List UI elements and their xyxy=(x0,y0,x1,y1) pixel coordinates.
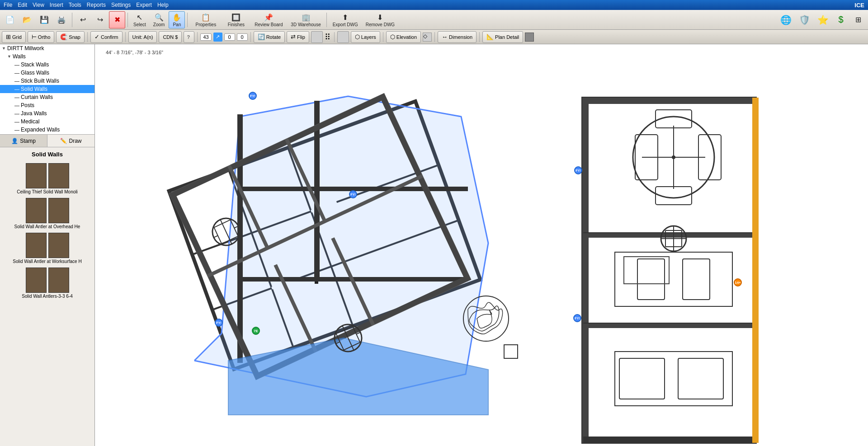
3d-warehouse-button[interactable]: 🏢 3D Warehouse xyxy=(288,11,324,28)
dimension-button[interactable]: ↔ Dimension xyxy=(438,31,476,43)
wall-type-4[interactable]: Solid Wall Antlers-3-3 6-4 xyxy=(2,268,93,299)
content-title: Solid Walls xyxy=(2,149,93,160)
unit-display: Unit: A(n) xyxy=(128,31,157,43)
redo-button[interactable]: ↪ xyxy=(92,11,108,28)
wall-type-4-label: Solid Wall Antlers-3-3 6-4 xyxy=(22,294,72,299)
tree-item-stick-walls[interactable]: — Stick Built Walls xyxy=(0,77,94,85)
save-icon: 💾 xyxy=(39,15,49,25)
layers-button[interactable]: ⬡ Layers xyxy=(351,31,380,43)
fyi-marker-7e[interactable]: 7E xyxy=(252,327,260,335)
delete-button[interactable]: ✖ xyxy=(109,11,125,28)
tree-item-expanded-walls[interactable]: — Expanded Walls xyxy=(0,126,94,134)
tree-item-java-walls[interactable]: — Java Walls xyxy=(0,109,94,117)
tree-item-medical[interactable]: — Medical xyxy=(0,117,94,126)
tree-walls-arrow: ▼ xyxy=(7,54,11,59)
canvas-area[interactable]: 44' - 8 7/16", -78' - 3 3/16" xyxy=(95,44,868,446)
icon-shield[interactable]: 🛡️ xyxy=(796,11,813,28)
flip-button[interactable]: ⇄ Flip xyxy=(287,31,309,43)
menu-insert[interactable]: Insert xyxy=(50,2,63,8)
fyi-marker-14plus[interactable]: 14+ xyxy=(734,278,742,286)
select-label: Select xyxy=(133,22,146,27)
zoom-button[interactable]: 🔍 Zoom xyxy=(150,11,168,28)
fyi-marker-5[interactable]: FY! xyxy=(573,314,581,322)
menu-bar[interactable]: File Edit View Insert Tools Reports Sett… xyxy=(4,2,169,8)
icon-globe[interactable]: 🌐 xyxy=(777,11,795,28)
cdn-label: CDN $ xyxy=(163,34,178,40)
ortho-button[interactable]: ⊢ Ortho xyxy=(28,31,55,43)
floor-plan-svg xyxy=(95,44,868,446)
tree-root-arrow: ▼ xyxy=(2,46,6,51)
tree-item-solid-walls[interactable]: — Solid Walls xyxy=(0,85,94,93)
svg-line-54 xyxy=(214,235,218,237)
grid-label: Grid xyxy=(12,34,22,40)
plan-detail-button[interactable]: 📐 Plan Detail xyxy=(482,31,523,43)
rotate-button[interactable]: 🔄 Rotate xyxy=(254,31,285,43)
tree-item-glass-walls[interactable]: — Glass Walls xyxy=(0,69,94,77)
wall-type-2[interactable]: Solid Wall Antler at Overhead He xyxy=(2,198,93,229)
undo-button[interactable]: ↩ xyxy=(75,11,91,28)
draw-tab[interactable]: ✏️ Draw xyxy=(47,135,94,147)
svg-rect-49 xyxy=(619,358,665,399)
menu-tools[interactable]: Tools xyxy=(69,2,81,8)
menu-expert[interactable]: Expert xyxy=(136,2,152,8)
cdn-display: CDN $ xyxy=(159,31,182,43)
pan-button[interactable]: ✋ Pan xyxy=(169,11,185,28)
elevation-icon: ⬡ xyxy=(390,33,395,40)
svg-rect-50 xyxy=(678,358,723,399)
fyi-marker-4[interactable]: FY! xyxy=(574,166,582,174)
action-sep2 xyxy=(125,32,126,42)
remove-dwg-button[interactable]: ⬇ Remove DWG xyxy=(363,11,398,28)
help-button[interactable]: ? xyxy=(184,31,194,43)
tree-item-posts[interactable]: — Posts xyxy=(0,101,94,109)
menu-edit[interactable]: Edit xyxy=(18,2,27,8)
warehouse-label: 3D Warehouse xyxy=(291,22,321,27)
wall-swatches-1 xyxy=(26,163,69,188)
tree-item-label: Stack Walls xyxy=(21,61,49,68)
elevation-button[interactable]: ⬡ Elevation xyxy=(386,31,421,43)
fyi-marker-3[interactable]: FY! xyxy=(215,319,223,327)
export-dwg-button[interactable]: ⬆ Export DWG xyxy=(329,11,362,28)
properties-button[interactable]: 📋 Properties xyxy=(190,11,222,28)
tree-root[interactable]: ▼ DIRTT Millwork xyxy=(0,44,94,52)
action-bar: ⊞ Grid ⊢ Ortho 🧲 Snap ✓ Confirm Unit: A(… xyxy=(0,30,868,44)
menu-help[interactable]: Help xyxy=(157,2,169,8)
menu-file[interactable]: File xyxy=(4,2,12,8)
new-button[interactable]: 📄 xyxy=(2,11,18,28)
print-button[interactable]: 🖨️ xyxy=(53,11,70,28)
wall-swatch-2b xyxy=(48,198,69,223)
confirm-button[interactable]: ✓ Confirm xyxy=(90,31,123,43)
fyi-marker-2[interactable]: FY! xyxy=(349,190,357,198)
tree-item-label: Curtain Walls xyxy=(21,94,53,100)
icon-expand[interactable]: ⊞ xyxy=(850,11,866,28)
menu-reports[interactable]: Reports xyxy=(87,2,106,8)
snap-button[interactable]: 🧲 Snap xyxy=(56,31,85,43)
menu-settings[interactable]: Settings xyxy=(111,2,131,8)
flip-icon: ⇄ xyxy=(291,33,296,40)
menu-view[interactable]: View xyxy=(33,2,44,8)
svg-rect-29 xyxy=(583,98,757,104)
icon-star[interactable]: ⭐ xyxy=(814,11,832,28)
app-title: ICE xyxy=(854,2,864,9)
save-button[interactable]: 💾 xyxy=(36,11,52,28)
grid-dots: ⠿ xyxy=(325,32,331,42)
tree-item-icon: — xyxy=(14,62,19,67)
tree-item-stack-walls[interactable]: — Stack Walls xyxy=(0,61,94,69)
action-sep6 xyxy=(383,32,383,42)
badge1: 0 xyxy=(224,33,235,41)
tree-item-label: Expanded Walls xyxy=(21,127,60,133)
icon-currency[interactable]: $ xyxy=(833,11,849,28)
undo-icon: ↩ xyxy=(78,15,88,25)
tree-walls[interactable]: ▼ Walls xyxy=(0,52,94,61)
review-board-button[interactable]: 📌 Review Board xyxy=(250,11,287,28)
grid-button[interactable]: ⊞ Grid xyxy=(2,31,26,43)
stamp-tab-label: Stamp xyxy=(20,138,36,144)
tree-item-curtain-walls[interactable]: — Curtain Walls xyxy=(0,93,94,101)
stamp-tab[interactable]: 👤 Stamp xyxy=(0,135,47,147)
wall-swatch-1a xyxy=(26,163,47,188)
fyi-marker-1[interactable]: FY! xyxy=(249,92,257,100)
finishes-button[interactable]: 🔲 Finishes xyxy=(222,11,250,28)
open-button[interactable]: 📂 xyxy=(19,11,35,28)
select-button[interactable]: ↖ Select xyxy=(130,11,149,28)
wall-type-1[interactable]: Ceiling Thief Solid Wall Monoli xyxy=(2,163,93,194)
wall-type-3[interactable]: Solid Wall Antler at Worksurface H xyxy=(2,233,93,264)
